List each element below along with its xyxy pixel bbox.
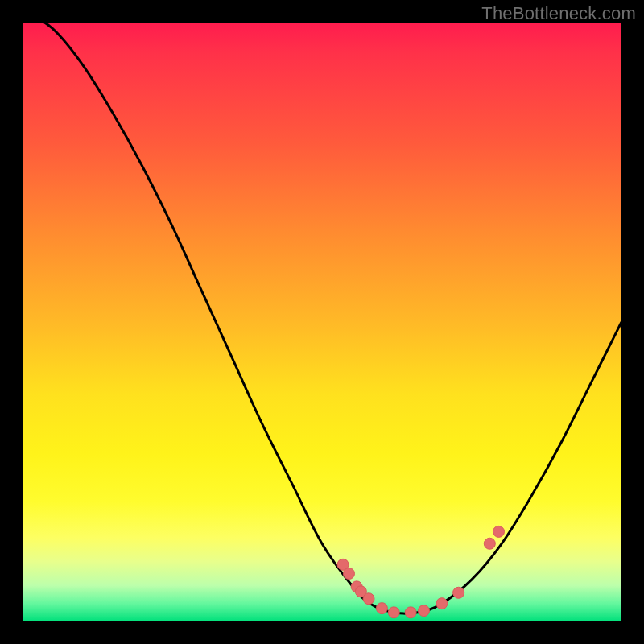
highlight-dot	[376, 603, 387, 614]
chart-frame: TheBottleneck.com	[0, 0, 644, 644]
highlight-dot	[493, 526, 504, 537]
watermark-text: TheBottleneck.com	[481, 3, 636, 24]
highlight-dot	[484, 538, 495, 549]
highlight-dot	[405, 607, 416, 618]
highlight-dot	[418, 605, 429, 617]
chart-svg	[23, 23, 621, 621]
highlight-dot	[343, 568, 354, 579]
highlight-dot	[388, 607, 399, 618]
chart-plot-area	[23, 23, 621, 621]
highlight-dot	[363, 593, 374, 605]
highlight-dot	[436, 598, 448, 609]
bottleneck-curve	[23, 10, 621, 613]
highlight-dot	[453, 587, 464, 598]
